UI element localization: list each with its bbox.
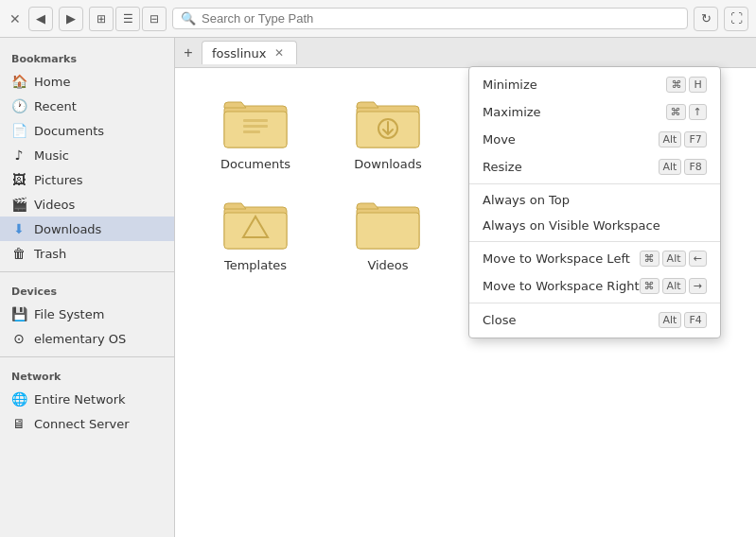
menu-item-maximize[interactable]: Maximize ⌘ ↑	[469, 98, 720, 126]
connectserver-icon: 🖥	[11, 416, 26, 431]
sidebar-item-downloads[interactable]: ⬇ Downloads	[0, 217, 174, 241]
menu-item-minimize[interactable]: Minimize ⌘ H	[469, 71, 720, 98]
svg-rect-1	[224, 112, 287, 147]
menu-shortcut: Alt F4	[659, 312, 707, 328]
menu-item-label: Always on Visible Workspace	[483, 218, 660, 233]
menu-divider	[469, 183, 720, 184]
menu-shortcut: Alt F7	[659, 131, 707, 147]
svg-rect-2	[243, 119, 268, 122]
search-icon: 🔍	[181, 11, 196, 26]
sidebar-divider-1	[0, 271, 174, 272]
devices-section-title: Devices	[0, 278, 174, 302]
documents-icon: 📄	[11, 123, 26, 138]
list-view-button[interactable]: ☰	[115, 7, 140, 31]
bookmarks-section-title: Bookmarks	[0, 45, 174, 69]
search-input[interactable]	[202, 11, 679, 26]
sidebar-item-label: Recent	[34, 99, 77, 113]
key-badge: ↑	[689, 104, 707, 120]
svg-rect-17	[357, 213, 419, 249]
tab-close-button[interactable]: ✕	[272, 45, 287, 61]
file-label: Downloads	[354, 157, 421, 171]
menu-item-label: Minimize	[483, 78, 537, 92]
main-layout: Bookmarks 🏠 Home 🕐 Recent 📄 Documents ♪ …	[0, 38, 756, 537]
svg-rect-3	[243, 125, 268, 128]
content-area: + fosslinux ✕	[175, 38, 756, 537]
menu-item-resize[interactable]: Resize Alt F8	[469, 153, 720, 181]
sidebar-item-music[interactable]: ♪ Music	[0, 143, 174, 167]
key-badge: Alt	[662, 251, 686, 267]
key-badge: ⌘	[640, 278, 659, 294]
pictures-icon: 🖼	[11, 172, 26, 187]
add-tab-button[interactable]: +	[175, 40, 202, 66]
elementaryos-icon: ⊙	[11, 331, 26, 346]
sidebar-item-pictures[interactable]: 🖼 Pictures	[0, 167, 174, 192]
file-label: Videos	[367, 258, 408, 272]
compact-view-button[interactable]: ⊟	[142, 7, 167, 31]
folder-documents-icon	[222, 95, 289, 151]
menu-item-moveright[interactable]: Move to Workspace Right ⌘ Alt →	[469, 272, 720, 300]
menu-divider-3	[469, 303, 720, 303]
key-badge: Alt	[659, 159, 682, 175]
tab-bar: + fosslinux ✕	[175, 38, 756, 68]
file-label: Templates	[224, 258, 287, 272]
network-section-title: Network	[0, 363, 174, 387]
key-badge: Alt	[659, 131, 682, 147]
sidebar-item-home[interactable]: 🏠 Home	[0, 69, 174, 94]
sidebar-item-trash[interactable]: 🗑 Trash	[0, 241, 174, 266]
key-badge: F7	[684, 131, 706, 147]
file-item-videos[interactable]: Videos	[326, 188, 449, 280]
menu-divider-2	[469, 241, 720, 242]
window-close-button[interactable]: ✕	[8, 11, 23, 26]
sidebar-item-label: Connect Server	[34, 417, 130, 431]
sidebar-item-label: Pictures	[34, 173, 82, 187]
sidebar-item-label: Downloads	[34, 222, 101, 236]
menu-item-alwaysontop[interactable]: Always on Top	[469, 187, 720, 213]
grid-view-button[interactable]: ⊞	[89, 7, 114, 31]
folder-downloads-icon	[355, 95, 421, 151]
key-badge: Alt	[662, 278, 686, 294]
menu-item-close[interactable]: Close Alt F4	[469, 306, 720, 334]
key-badge: F4	[684, 312, 706, 328]
sidebar-item-label: File System	[34, 307, 104, 321]
key-badge: H	[689, 77, 706, 93]
tab-fosslinux[interactable]: fosslinux ✕	[202, 41, 297, 64]
file-item-documents[interactable]: Documents	[194, 87, 317, 179]
fullscreen-button[interactable]: ⛶	[724, 7, 748, 31]
sidebar: Bookmarks 🏠 Home 🕐 Recent 📄 Documents ♪ …	[0, 38, 175, 537]
videos-icon: 🎬	[11, 197, 26, 212]
menu-shortcut: ⌘ H	[666, 77, 706, 93]
folder-templates-icon	[222, 196, 289, 252]
key-badge: ⌘	[666, 77, 686, 93]
sidebar-item-recent[interactable]: 🕐 Recent	[0, 94, 174, 118]
key-badge: →	[689, 278, 707, 294]
file-item-downloads[interactable]: Downloads	[326, 87, 449, 179]
menu-shortcut: Alt F8	[659, 159, 707, 175]
sidebar-item-documents[interactable]: 📄 Documents	[0, 118, 174, 143]
refresh-button[interactable]: ↻	[694, 7, 718, 31]
key-badge: ←	[689, 251, 707, 267]
back-button[interactable]: ◀	[28, 7, 53, 31]
svg-rect-4	[243, 130, 260, 133]
sidebar-item-connectserver[interactable]: 🖥 Connect Server	[0, 411, 174, 436]
recent-icon: 🕐	[11, 98, 26, 113]
menu-shortcut: ⌘ Alt ←	[640, 251, 707, 267]
key-badge: ⌘	[666, 104, 686, 120]
sidebar-item-videos[interactable]: 🎬 Videos	[0, 192, 174, 217]
tab-label: fosslinux	[212, 46, 266, 61]
menu-item-moveleft[interactable]: Move to Workspace Left ⌘ Alt ←	[469, 245, 720, 272]
forward-button[interactable]: ▶	[59, 7, 83, 31]
menu-item-label: Always on Top	[483, 193, 570, 207]
trash-icon: 🗑	[11, 246, 26, 261]
view-buttons: ⊞ ☰ ⊟	[89, 7, 167, 31]
downloads-icon: ⬇	[11, 221, 26, 236]
menu-item-move[interactable]: Move Alt F7	[469, 126, 720, 153]
menu-item-label: Maximize	[483, 105, 541, 119]
sidebar-item-label: elementary OS	[34, 332, 126, 346]
file-item-templates[interactable]: Templates	[194, 188, 317, 280]
menu-shortcut: ⌘ Alt →	[640, 278, 707, 294]
sidebar-item-elementaryos[interactable]: ⊙ elementary OS	[0, 326, 174, 351]
sidebar-item-filesystem[interactable]: 💾 File System	[0, 302, 174, 326]
menu-item-alwaysonvisible[interactable]: Always on Visible Workspace	[469, 213, 720, 238]
file-label: Documents	[220, 157, 290, 171]
sidebar-item-entirenetwork[interactable]: 🌐 Entire Network	[0, 387, 174, 411]
